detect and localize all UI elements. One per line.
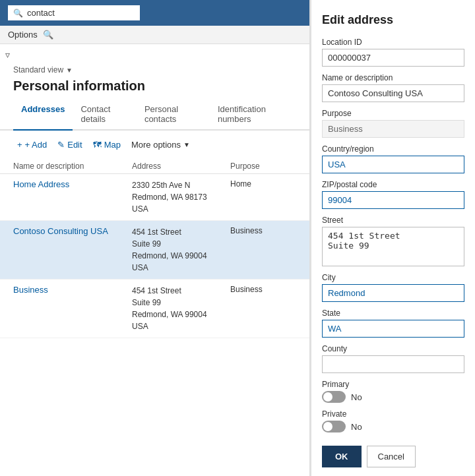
- toolbar: + + Add ✎ Edit 🗺 Map More options ▼: [0, 131, 309, 159]
- tab-addresses[interactable]: Addresses: [13, 99, 73, 131]
- table-row[interactable]: Home Address 2330 25th Ave NRedmond, WA …: [0, 174, 309, 221]
- add-button[interactable]: + + Add: [13, 137, 51, 152]
- options-label: Options: [8, 30, 38, 40]
- primary-toggle-label: No: [351, 392, 362, 402]
- location-id-input[interactable]: [322, 49, 464, 67]
- purpose-label: Purpose: [322, 109, 464, 118]
- options-search-button[interactable]: 🔍: [43, 30, 53, 40]
- map-icon: 🗺: [93, 140, 102, 150]
- name-description-label: Name or description: [322, 73, 464, 82]
- row-name-0: Home Address: [13, 179, 132, 189]
- edit-icon: ✎: [57, 140, 65, 150]
- toggle-knob: [323, 422, 332, 431]
- main-content: ▿ Standard view ▼ Personal information A…: [0, 44, 309, 476]
- location-id-group: Location ID: [322, 38, 464, 67]
- table-header: Name or description Address Purpose: [0, 159, 309, 174]
- state-label: State: [322, 309, 464, 318]
- add-icon: +: [17, 140, 22, 150]
- street-input[interactable]: 454 1st Street Suite 99: [322, 227, 464, 266]
- chevron-down-icon: ▼: [183, 141, 190, 148]
- options-bar: Options 🔍: [0, 26, 309, 44]
- private-toggle[interactable]: [322, 421, 346, 432]
- cancel-button[interactable]: Cancel: [367, 446, 416, 467]
- row-purpose-1: Business: [230, 226, 296, 235]
- private-label: Private: [322, 409, 464, 419]
- private-toggle-row: No: [322, 421, 464, 432]
- panel-buttons: OK Cancel: [322, 446, 464, 467]
- edit-label: Edit: [67, 140, 82, 150]
- country-region-input[interactable]: [322, 156, 464, 173]
- county-label: County: [322, 344, 464, 353]
- name-description-input[interactable]: [322, 84, 464, 102]
- primary-toggle-row: No: [322, 391, 464, 403]
- tab-identification-numbers[interactable]: Identification numbers: [210, 99, 296, 131]
- primary-group: Primary No: [322, 380, 464, 403]
- country-region-group: Country/region: [322, 144, 464, 173]
- search-box[interactable]: 🔍: [8, 5, 140, 20]
- county-group: County: [322, 344, 464, 373]
- table-row[interactable]: Business 454 1st StreetSuite 99Redmond, …: [0, 280, 309, 338]
- search-icon: 🔍: [13, 9, 23, 18]
- col-header-purpose: Purpose: [230, 162, 296, 171]
- panel-title: Edit address: [322, 13, 464, 27]
- tabs: Addresses Contact details Personal conta…: [0, 99, 309, 131]
- search-input[interactable]: [27, 8, 135, 18]
- state-input[interactable]: [322, 320, 464, 338]
- primary-toggle[interactable]: [322, 391, 346, 403]
- map-label: Map: [104, 140, 121, 150]
- row-purpose-0: Home: [230, 179, 296, 189]
- row-address-1: 454 1st StreetSuite 99Redmond, WA 99004U…: [132, 226, 230, 274]
- county-input[interactable]: [322, 355, 464, 373]
- row-name-1: Contoso Consulting USA: [13, 226, 132, 236]
- city-input[interactable]: [322, 284, 464, 302]
- edit-address-panel: Edit address Location ID Name or descrip…: [310, 0, 475, 476]
- private-group: Private No: [322, 409, 464, 432]
- state-group: State: [322, 309, 464, 338]
- view-label: Standard view: [13, 65, 63, 74]
- tab-contact-details[interactable]: Contact details: [73, 99, 136, 131]
- row-purpose-2: Business: [230, 285, 296, 294]
- filter-icon[interactable]: ▿: [5, 49, 10, 60]
- country-region-label: Country/region: [322, 144, 464, 154]
- table-row[interactable]: Contoso Consulting USA 454 1st StreetSui…: [0, 221, 309, 280]
- city-group: City: [322, 273, 464, 302]
- ok-button[interactable]: OK: [322, 446, 362, 467]
- page-title: Personal information: [0, 77, 309, 99]
- purpose-group: Purpose: [322, 109, 464, 138]
- more-options-button[interactable]: More options ▼: [127, 137, 194, 152]
- view-selector[interactable]: Standard view ▼: [0, 60, 309, 77]
- city-label: City: [322, 273, 464, 282]
- col-header-address: Address: [132, 162, 230, 171]
- more-options-label: More options: [131, 140, 181, 150]
- zip-code-group: ZIP/postal code: [322, 180, 464, 209]
- name-description-group: Name or description: [322, 73, 464, 102]
- row-name-2: Business: [13, 285, 132, 295]
- add-label: + Add: [25, 140, 48, 150]
- tab-personal-contacts[interactable]: Personal contacts: [137, 99, 210, 131]
- street-group: Street 454 1st Street Suite 99: [322, 216, 464, 266]
- private-toggle-label: No: [351, 422, 362, 432]
- zip-code-input[interactable]: [322, 191, 464, 209]
- toggle-knob: [323, 392, 332, 402]
- edit-button[interactable]: ✎ Edit: [53, 137, 86, 152]
- location-id-label: Location ID: [322, 38, 464, 47]
- row-address-2: 454 1st StreetSuite 99Redmond, WA 99004U…: [132, 285, 230, 332]
- left-panel: 🔍 Options 🔍 ▿ Standard view ▼ Personal i…: [0, 0, 310, 476]
- primary-label: Primary: [322, 380, 464, 389]
- street-label: Street: [322, 216, 464, 225]
- row-address-0: 2330 25th Ave NRedmond, WA 98173USA: [132, 179, 230, 215]
- col-header-name: Name or description: [13, 162, 132, 171]
- chevron-down-icon: ▼: [66, 67, 73, 74]
- zip-code-label: ZIP/postal code: [322, 180, 464, 189]
- map-button[interactable]: 🗺 Map: [89, 137, 125, 152]
- purpose-input: [322, 120, 464, 138]
- search-bar: 🔍: [0, 0, 309, 26]
